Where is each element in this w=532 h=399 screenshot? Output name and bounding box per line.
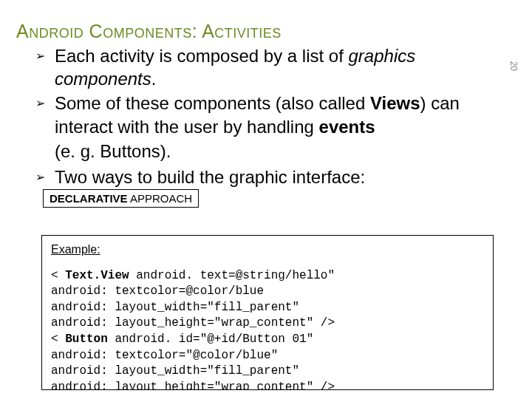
bullet-2-bold2: events <box>319 117 375 137</box>
bullet-arrow-icon: ➢ <box>35 96 45 112</box>
bullet-2: ➢ Some of these components (also called … <box>35 92 516 137</box>
example-label: Example: <box>51 242 484 258</box>
approach-tag-rest: APPROACH <box>128 192 193 205</box>
slide-body: ➢ Each activity is composed by a list of… <box>35 44 516 188</box>
bullet-3: ➢ Two ways to build the graphic interfac… <box>35 166 516 188</box>
bullet-1-text-pre: Each activity is composed by a list of <box>55 46 349 66</box>
bullet-arrow-icon: ➢ <box>35 49 45 64</box>
page-number: 20 <box>508 61 519 71</box>
bullet-2-text-pre: Some of these components (also called <box>55 93 370 113</box>
slide: Android Components: Activities ➢ Each ac… <box>0 0 532 399</box>
code-example-box: Example: < Text.View android. text=@stri… <box>41 235 494 390</box>
bullet-2-eg: (e. g. Buttons). <box>55 140 516 163</box>
approach-tag-bold: DECLARATIVE <box>50 192 128 205</box>
bullet-3-text: Two ways to build the graphic interface: <box>55 167 365 187</box>
bullet-2-bold1: Views <box>370 93 420 113</box>
approach-tag: DECLARATIVE APPROACH <box>43 189 199 208</box>
code-lines: < Text.View android. text=@string/hello"… <box>51 268 484 390</box>
bullet-1: ➢ Each activity is composed by a list of… <box>35 44 516 90</box>
slide-title: Android Components: Activities <box>16 21 282 42</box>
bullet-arrow-icon: ➢ <box>35 170 45 185</box>
bullet-1-text-post: . <box>151 69 157 89</box>
